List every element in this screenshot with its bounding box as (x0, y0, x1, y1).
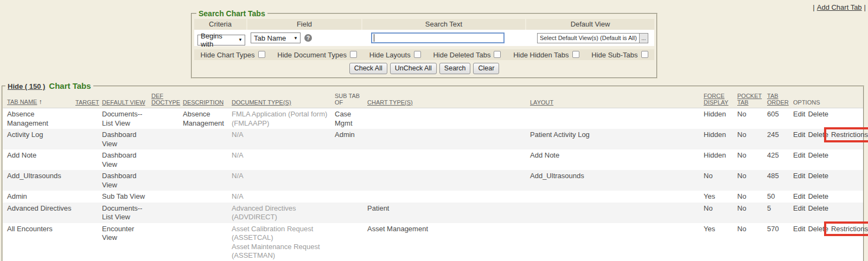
edit-link[interactable]: Edit (793, 192, 805, 200)
delete-link[interactable]: Delete (808, 130, 828, 139)
column-header-tab_name[interactable]: TAB NAME↑ (3, 92, 75, 108)
cell-target (75, 108, 102, 129)
edit-link[interactable]: Edit (793, 204, 805, 212)
cell-pocket_tab: No (737, 129, 767, 149)
column-header-description[interactable]: DESCRIPTION (183, 92, 232, 108)
restrictions-link[interactable]: Restrictions (831, 225, 868, 233)
cell-document_types: Advanced Directives (ADVDIRECT) (232, 203, 335, 223)
cell-chart_types (367, 191, 530, 203)
delete-link[interactable]: Delete (808, 172, 828, 180)
search-panel-title: Search Chart Tabs (196, 9, 267, 18)
column-header-pocket_tab[interactable]: POCKET TAB (737, 92, 767, 108)
column-header-layout[interactable]: LAYOUT (530, 92, 704, 108)
hide-filter-hide-hidden-tabs[interactable]: Hide Hidden Tabs (513, 51, 579, 59)
column-header-force_display[interactable]: FORCE DISPLAY (704, 92, 737, 108)
add-chart-tab-link[interactable]: Add Chart Tab (817, 3, 862, 11)
ellipsis-button[interactable]: ... (639, 34, 648, 43)
cell-tab_name: Add_Ultrasounds (3, 170, 75, 191)
column-header-label[interactable]: DEF DOCTYPE (151, 93, 180, 106)
column-header-label[interactable]: DEFAULT VIEW (102, 99, 145, 106)
delete-link[interactable]: Delete (808, 192, 828, 200)
cell-tab_order: 425 (767, 149, 793, 170)
restrictions-link[interactable]: Restrictions (831, 130, 868, 139)
checkbox[interactable] (572, 51, 579, 58)
cell-default_view: Documents--List View (102, 108, 151, 129)
criteria-select[interactable]: Begins with ▼ (197, 35, 245, 45)
search-button[interactable]: Search (439, 63, 471, 74)
column-header-target[interactable]: TARGET (75, 92, 102, 108)
checkbox-label: Hide Sub-Tabs (591, 51, 637, 59)
hide-filter-hide-document-types[interactable]: Hide Document Types (277, 51, 357, 59)
checkbox[interactable] (641, 51, 648, 58)
text-caret (374, 34, 374, 42)
checkbox[interactable] (414, 51, 421, 58)
edit-link[interactable]: Edit (793, 151, 805, 159)
cell-chart_types: Patient (367, 203, 530, 223)
cell-layout (530, 223, 704, 261)
hide-filter-hide-sub-tabs[interactable]: Hide Sub-Tabs (591, 51, 648, 59)
cell-tab_order: 50 (767, 191, 793, 203)
cell-def_doctype (151, 170, 183, 191)
cell-options: EditDelete (793, 191, 863, 203)
check-all-button[interactable]: Check All (349, 63, 387, 74)
column-header-label[interactable]: POCKET TAB (737, 93, 762, 106)
column-header-tab_order[interactable]: TAB ORDER (767, 92, 793, 108)
default-view-select-label: Select Default View(s) (Default is All) (538, 35, 639, 41)
column-header-default_view[interactable]: DEFAULT VIEW (102, 92, 151, 108)
column-header-label[interactable]: TAB ORDER (767, 93, 789, 106)
hide-filter-hide-deleted-tabs[interactable]: Hide Deleted Tabs (433, 51, 501, 59)
edit-link[interactable]: Edit (793, 225, 805, 233)
checkbox[interactable] (494, 51, 501, 58)
cell-options: EditDelete (793, 170, 863, 191)
cell-options: EditDelete (793, 108, 863, 129)
cell-default_view: Sub Tab View (102, 191, 151, 203)
help-icon[interactable]: ? (304, 34, 312, 42)
default-view-column-header: Default View (526, 19, 654, 30)
column-header-chart_types[interactable]: CHART TYPE(S) (367, 92, 530, 108)
cell-options: EditDelete (793, 149, 863, 170)
default-view-select-button[interactable]: Select Default View(s) (Default is All) … (537, 33, 648, 43)
column-header-document_types[interactable]: DOCUMENT TYPE(S) (232, 92, 335, 108)
checkbox-label: Hide Deleted Tabs (433, 51, 490, 59)
cell-force_display: Hidden (704, 129, 737, 149)
clear-button[interactable]: Clear (473, 63, 499, 74)
cell-def_doctype (151, 203, 183, 223)
cell-tab_order: 485 (767, 170, 793, 191)
edit-link[interactable]: Edit (793, 110, 805, 118)
search-text-input[interactable] (371, 32, 505, 43)
delete-link[interactable]: Delete (808, 225, 828, 233)
cell-pocket_tab: No (737, 108, 767, 129)
edit-link[interactable]: Edit (793, 172, 805, 180)
criteria-column-header: Criteria (194, 19, 247, 30)
cell-pocket_tab: No (737, 170, 767, 191)
table-row: Absence ManagementDocuments--List ViewAb… (3, 108, 863, 129)
hide-filter-hide-chart-types[interactable]: Hide Chart Types (200, 51, 265, 59)
column-header-label[interactable]: DESCRIPTION (183, 99, 224, 106)
criteria-select-value: Begins with (201, 32, 235, 48)
column-header-label[interactable]: TAB NAME (7, 99, 37, 105)
column-header-label[interactable]: DOCUMENT TYPE(S) (232, 99, 291, 106)
dropdown-arrow-icon: ▼ (238, 37, 242, 42)
delete-link[interactable]: Delete (808, 151, 828, 159)
column-header-label[interactable]: CHART TYPE(S) (367, 99, 413, 106)
checkbox[interactable] (258, 51, 265, 58)
delete-link[interactable]: Delete (808, 204, 828, 212)
edit-link[interactable]: Edit (793, 130, 805, 139)
cell-options: EditDeleteRestrictions (793, 129, 863, 149)
column-header-label[interactable]: TARGET (75, 99, 99, 106)
column-header-def_doctype[interactable]: DEF DOCTYPE (151, 92, 183, 108)
field-select[interactable]: Tab Name ▼ (251, 32, 301, 43)
cell-tab_order: 570 (767, 223, 793, 261)
cell-default_view: Encounter View (102, 223, 151, 261)
top-link-bar: |Add Chart Tab| (813, 3, 866, 11)
uncheck-all-button[interactable]: UnCheck All (390, 63, 437, 74)
delete-link[interactable]: Delete (808, 110, 828, 118)
results-tbody: Absence ManagementDocuments--List ViewAb… (3, 108, 863, 261)
column-header-label[interactable]: LAYOUT (530, 99, 553, 106)
cell-def_doctype (151, 129, 183, 149)
cell-description (183, 191, 232, 203)
checkbox[interactable] (350, 51, 357, 58)
column-header-label[interactable]: FORCE DISPLAY (704, 93, 729, 106)
hide-results-link[interactable]: Hide ( 150 ) (8, 82, 45, 90)
hide-filter-hide-layouts[interactable]: Hide Layouts (369, 51, 421, 59)
